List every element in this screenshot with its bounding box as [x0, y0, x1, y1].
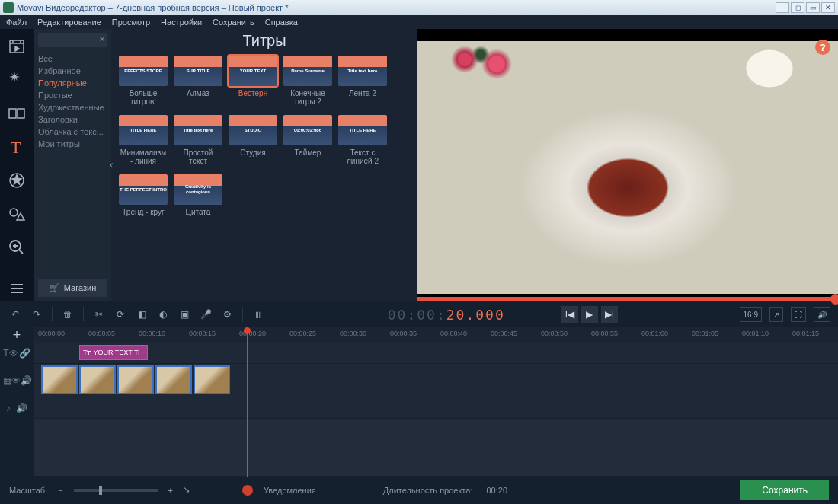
scrubber-knob[interactable] [830, 294, 838, 305]
menu-редактирование[interactable]: Редактирование [37, 18, 101, 27]
title-thumb[interactable]: Title text hereЛента 2 [338, 56, 387, 106]
category-item[interactable]: Избранное [38, 65, 107, 76]
transitions-tool[interactable] [3, 100, 30, 126]
empty-track-area[interactable] [34, 419, 838, 477]
title-thumb[interactable]: Name SurnameКонечные титры 2 [283, 56, 332, 106]
thumb-preview: Name Surname [283, 56, 332, 86]
crop-button[interactable]: ◧ [134, 307, 149, 322]
zoom-in-button[interactable]: + [168, 486, 173, 495]
undo-button[interactable]: ↶ [8, 307, 23, 322]
help-button[interactable]: ? [815, 40, 830, 55]
filters-tool[interactable] [3, 67, 30, 93]
maximize2-button[interactable]: ▭ [806, 2, 820, 13]
speaker-icon[interactable]: 🔊 [21, 375, 32, 386]
category-item[interactable]: Облачка с текс... [38, 126, 107, 137]
import-media-tool[interactable] [3, 33, 30, 59]
title-thumb[interactable]: EFFECTS STOREБольше титров! [119, 56, 168, 106]
stickers-tool[interactable] [3, 167, 30, 193]
clip-props-button[interactable]: ▣ [177, 307, 192, 322]
category-item[interactable]: Популярные [38, 78, 107, 88]
zoom-slider[interactable] [74, 489, 158, 492]
time-ruler[interactable]: 00:00:0000:00:0500:00:1000:00:1500:00:20… [34, 327, 838, 343]
category-list: ВсеИзбранноеПопулярныеПростыеХудожествен… [38, 53, 107, 149]
audio-track-header[interactable]: ♪🔊 [0, 397, 34, 419]
menu-просмотр[interactable]: Просмотр [112, 18, 150, 27]
shapes-tool[interactable] [3, 201, 30, 227]
video-clip[interactable] [117, 365, 154, 394]
ruler-tick: 00:00:25 [289, 330, 316, 337]
category-item[interactable]: Простые [38, 90, 107, 100]
title-thumb[interactable]: TITLE HEREМинимализм - линия [119, 115, 168, 165]
svg-rect-2 [18, 109, 24, 118]
aspect-ratio-button[interactable]: 16:9 [740, 307, 762, 322]
redo-button[interactable]: ↷ [29, 307, 44, 322]
menu-файл[interactable]: Файл [6, 18, 27, 27]
thumb-label: Цитата [186, 208, 211, 216]
more-tools[interactable] [3, 276, 30, 301]
next-frame-button[interactable]: ▶І [601, 306, 618, 323]
add-track-button[interactable]: + [0, 327, 34, 343]
delete-button[interactable]: 🗑 [60, 307, 75, 322]
playhead[interactable] [247, 327, 248, 477]
fullscreen-button[interactable]: ⛶ [791, 307, 806, 322]
title-thumb[interactable]: Creativity is contagiousЦитата [174, 174, 222, 216]
menu-настройки[interactable]: Настройки [161, 18, 202, 27]
eye-icon[interactable]: 👁 [11, 375, 21, 386]
preview-image[interactable] [417, 41, 838, 294]
search-input[interactable] [38, 33, 107, 47]
fit-zoom-button[interactable]: ⇲ [184, 486, 190, 496]
close-window-button[interactable]: ✕ [821, 2, 835, 13]
notification-icon[interactable] [242, 485, 253, 496]
collapse-sidepanel-icon[interactable]: ‹ [110, 158, 114, 171]
video-track-header[interactable]: ▦👁🔊 [0, 364, 34, 397]
settings-gear-button[interactable]: ⚙ [219, 307, 235, 322]
category-item[interactable]: Все [38, 53, 107, 64]
speaker-icon[interactable]: 🔊 [16, 403, 27, 413]
title-track-header[interactable]: T👁🔗 [0, 343, 34, 364]
eye-icon[interactable]: 👁 [9, 348, 18, 359]
maximize-button[interactable]: ◻ [791, 2, 804, 13]
save-button[interactable]: Сохранить [740, 480, 829, 500]
category-item[interactable]: Заголовки [38, 114, 107, 125]
title-clip[interactable]: Tᴛ YOUR TEXT Ti [79, 345, 148, 360]
prev-frame-button[interactable]: І◀ [561, 306, 578, 323]
notifications-label[interactable]: Уведомления [264, 486, 316, 495]
zoom-tool[interactable] [3, 234, 30, 260]
clear-search-icon[interactable]: ✕ [99, 35, 105, 43]
title-track[interactable]: Tᴛ YOUR TEXT Ti [34, 343, 838, 364]
video-track[interactable] [34, 364, 838, 397]
title-thumb[interactable]: 00:00:02:986Таймер [283, 115, 332, 165]
ruler-tick: 00:00:35 [390, 330, 417, 337]
zoom-out-button[interactable]: − [58, 486, 62, 495]
volume-button[interactable]: 🔊 [814, 307, 830, 322]
link-icon[interactable]: 🔗 [19, 348, 30, 359]
play-button[interactable]: ▶ [581, 306, 598, 323]
timeline-body[interactable]: 00:00:0000:00:0500:00:1000:00:1500:00:20… [34, 327, 838, 477]
equalizer-button[interactable]: ⫼ [251, 307, 266, 322]
rotate-button[interactable]: ⟳ [113, 307, 128, 322]
video-clip[interactable] [194, 365, 230, 394]
category-item[interactable]: Мои титры [38, 139, 107, 149]
title-thumb[interactable]: YOUR TEXTВестерн [229, 56, 277, 106]
video-clip[interactable] [79, 365, 116, 394]
preview-scrubber[interactable] [417, 297, 838, 301]
title-thumb[interactable]: Title text hereПростой текст [174, 115, 222, 165]
title-thumb[interactable]: SUB TITLEАлмаз [174, 56, 222, 106]
record-audio-button[interactable]: 🎤 [198, 307, 213, 322]
color-adjust-button[interactable]: ◐ [155, 307, 171, 322]
menu-справка[interactable]: Справка [265, 18, 298, 27]
category-item[interactable]: Художественные [38, 102, 107, 113]
title-thumb[interactable]: THE PERFECT INTROТренд - круг [119, 174, 168, 216]
titles-tool[interactable]: T [3, 134, 30, 160]
store-button[interactable]: 🛒 Магазин [38, 279, 107, 297]
title-thumb[interactable]: TITLE HEREТекст с линией 2 [338, 115, 387, 165]
detach-preview-button[interactable]: ↗ [769, 307, 783, 322]
minimize-button[interactable]: — [776, 2, 789, 13]
video-clip[interactable] [155, 365, 192, 394]
video-clip[interactable] [41, 365, 78, 394]
title-thumb[interactable]: STUDIOСтудия [229, 115, 277, 165]
audio-track[interactable] [34, 397, 838, 419]
left-tool-strip: T [0, 29, 34, 301]
menu-сохранить[interactable]: Сохранить [213, 18, 254, 27]
cut-button[interactable]: ✂ [91, 307, 107, 322]
